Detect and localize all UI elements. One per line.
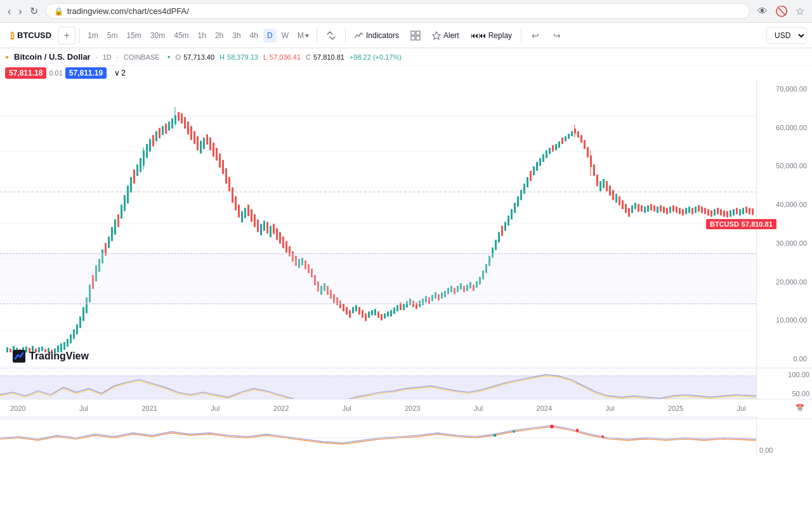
svg-rect-135 xyxy=(393,307,395,314)
svg-rect-227 xyxy=(685,208,687,214)
tf-W[interactable]: W xyxy=(278,29,292,43)
tf-3h[interactable]: 3h xyxy=(228,29,244,43)
ind1-level-100: 100.00 xyxy=(759,371,809,378)
chart-ticker: BTCUSD xyxy=(710,220,739,228)
time-jul5: Jul xyxy=(605,404,614,412)
address-bar[interactable]: 🔒 tradingview.com/chart/ces4dPFA/ xyxy=(46,3,750,19)
add-symbol-button[interactable]: + xyxy=(58,27,75,44)
time-axis-right[interactable]: 📅 xyxy=(751,404,807,412)
price-level-50k: 50,000.00 xyxy=(759,162,809,170)
svg-rect-180 xyxy=(536,162,538,171)
svg-rect-225 xyxy=(679,208,681,214)
svg-rect-221 xyxy=(666,208,668,214)
alert-icon xyxy=(432,31,441,40)
indicator-2-chart[interactable] xyxy=(0,419,756,457)
undo-button[interactable]: ↩ xyxy=(525,25,546,46)
divider-1 xyxy=(79,28,80,43)
indicators-count[interactable]: ∨ 2 xyxy=(114,69,126,77)
svg-rect-99 xyxy=(279,232,281,244)
svg-rect-211 xyxy=(634,203,636,209)
svg-rect-82 xyxy=(225,168,227,184)
eye-slash-icon-button[interactable]: 🚫 xyxy=(773,3,790,20)
dropdown-chevron: ▾ xyxy=(305,31,309,40)
svg-rect-62 xyxy=(162,126,164,135)
svg-rect-76 xyxy=(206,135,208,145)
indicators-icon xyxy=(355,31,363,40)
svg-rect-2 xyxy=(411,36,415,40)
tf-1h[interactable]: 1h xyxy=(194,29,210,43)
blue-price-tag[interactable]: 57,811.19 xyxy=(65,67,107,79)
tf-M-dropdown[interactable]: M ▾ xyxy=(294,29,313,43)
forward-button[interactable]: › xyxy=(16,3,24,20)
svg-rect-48 xyxy=(117,214,119,227)
svg-rect-172 xyxy=(511,209,513,219)
svg-rect-59 xyxy=(152,135,154,147)
toolbar: ₿ BTCUSD + 1m 5m 15m 30m 45m 1h 2h 3h 4h… xyxy=(0,23,812,48)
svg-rect-68 xyxy=(181,113,183,123)
svg-rect-89 xyxy=(247,204,249,216)
btc-dot: ● xyxy=(5,53,9,60)
replay-button[interactable]: ⏮⏮ Replay xyxy=(466,29,517,43)
reload-button[interactable]: ↻ xyxy=(27,3,41,20)
alert-button[interactable]: Alert xyxy=(427,29,464,43)
high-label: H58,379.13 xyxy=(219,53,258,61)
tf-D[interactable]: D xyxy=(263,29,277,43)
chart-timeframe: 1D xyxy=(103,53,112,61)
svg-rect-51 xyxy=(127,185,129,203)
current-price-tag[interactable]: 57,811.18 xyxy=(5,67,46,79)
svg-rect-34 xyxy=(73,330,75,339)
tf-5m[interactable]: 5m xyxy=(103,29,122,43)
svg-rect-45 xyxy=(108,237,110,248)
svg-rect-73 xyxy=(197,137,199,150)
back-button[interactable]: ‹ xyxy=(5,3,13,20)
svg-rect-136 xyxy=(396,305,398,311)
svg-rect-189 xyxy=(565,137,566,142)
svg-rect-77 xyxy=(209,138,211,150)
tf-2h[interactable]: 2h xyxy=(211,29,227,43)
symbol-label: BTCUSD xyxy=(17,30,51,40)
time-jul4: Jul xyxy=(474,404,483,412)
svg-rect-75 xyxy=(203,138,205,149)
tick-label: 0.01 xyxy=(49,69,62,77)
currency-select[interactable]: USD xyxy=(766,27,807,44)
svg-rect-191 xyxy=(571,131,573,137)
svg-point-258 xyxy=(550,425,554,429)
chart-with-axis: TradingView 70,000.00 BTCUSD 57,810.81 6… xyxy=(0,80,812,368)
candlestick-area[interactable]: TradingView xyxy=(0,80,756,368)
redo-button[interactable]: ↪ xyxy=(547,25,567,46)
svg-rect-236 xyxy=(714,209,716,215)
svg-rect-187 xyxy=(558,142,560,148)
svg-rect-245 xyxy=(742,208,744,214)
tf-1m[interactable]: 1m xyxy=(84,29,102,43)
svg-rect-37 xyxy=(82,307,84,321)
svg-rect-55 xyxy=(140,158,141,172)
svg-rect-83 xyxy=(228,177,230,191)
svg-rect-232 xyxy=(701,206,703,213)
compare-button[interactable] xyxy=(321,25,341,46)
svg-rect-88 xyxy=(244,208,246,218)
svg-rect-84 xyxy=(232,187,233,203)
divider-2 xyxy=(317,28,317,43)
tf-4h[interactable]: 4h xyxy=(246,29,262,43)
svg-rect-207 xyxy=(622,200,624,209)
spy-icon-button[interactable]: 👁 xyxy=(755,3,770,20)
star-button[interactable]: ☆ xyxy=(793,3,807,20)
indicators-button[interactable]: Indicators xyxy=(350,29,404,43)
candles-2021-peak xyxy=(143,112,221,168)
svg-rect-209 xyxy=(628,208,630,217)
svg-rect-67 xyxy=(178,112,180,121)
compare-icon xyxy=(326,30,336,41)
symbol-button[interactable]: ₿ BTCUSD xyxy=(5,28,56,43)
svg-rect-129 xyxy=(374,309,376,315)
time-2023: 2023 xyxy=(405,404,420,412)
undo-icon: ↩ xyxy=(532,30,539,41)
price-axis[interactable]: 70,000.00 BTCUSD 57,810.81 60,000.00 50,… xyxy=(756,80,812,368)
time-2020: 2020 xyxy=(10,404,25,412)
svg-rect-69 xyxy=(184,117,186,128)
layout-button[interactable] xyxy=(405,25,426,46)
replay-icon: ⏮⏮ xyxy=(471,31,486,40)
tf-15m[interactable]: 15m xyxy=(123,29,145,43)
tf-45m[interactable]: 45m xyxy=(170,29,192,43)
svg-point-259 xyxy=(576,429,579,432)
tf-30m[interactable]: 30m xyxy=(147,29,169,43)
